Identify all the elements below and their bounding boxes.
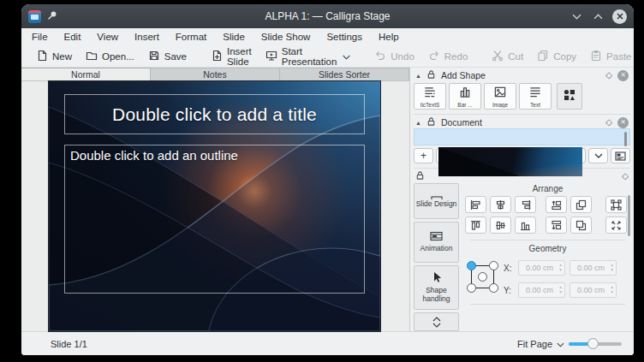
zoom-mode-label[interactable]: Fit Page <box>517 339 552 349</box>
menu-format[interactable]: Format <box>176 32 206 42</box>
float-docker-icon[interactable]: ◇ <box>605 71 612 80</box>
tool-options-scrollbar[interactable] <box>628 195 630 236</box>
menu-edit[interactable]: Edit <box>64 32 81 42</box>
raise-shape-button[interactable] <box>546 196 567 213</box>
tab-notes[interactable]: Notes <box>151 68 280 80</box>
send-to-back-button[interactable] <box>570 217 592 234</box>
add-slide-button[interactable]: + <box>414 148 433 163</box>
collapse-icon[interactable]: ▲ <box>415 73 421 79</box>
slide-properties-button[interactable] <box>611 148 630 163</box>
spinner-arrows-icon[interactable]: ▴▾ <box>611 284 613 294</box>
pin-icon[interactable] <box>47 9 57 24</box>
outline-placeholder[interactable]: Double click to add an outline <box>64 145 365 294</box>
redo-button[interactable]: Redo <box>422 47 474 66</box>
group-shapes-button[interactable] <box>605 196 627 213</box>
thumbnail-scrollbar[interactable] <box>624 132 627 146</box>
tab-animation[interactable]: Animation <box>414 222 459 263</box>
presentation-screen-icon <box>265 50 277 63</box>
save-button[interactable]: Save <box>142 47 193 66</box>
align-left-button[interactable] <box>465 196 486 213</box>
spinner-arrows-icon[interactable]: ▴▾ <box>611 262 613 272</box>
float-docker-icon[interactable]: ◇ <box>605 118 612 127</box>
title-placeholder[interactable]: Double click to add a title <box>64 94 365 134</box>
x-position-field[interactable]: 0.00 cm ▴▾ <box>518 260 565 276</box>
text-shape-button[interactable]: Text <box>519 83 552 110</box>
lower-shape-button[interactable] <box>546 217 567 234</box>
chevron-down-icon[interactable] <box>557 339 564 349</box>
align-bottom-button[interactable] <box>515 217 536 234</box>
anchor-top-right[interactable] <box>489 261 498 270</box>
cut-button[interactable]: Cut <box>486 47 529 66</box>
tab-slide-design[interactable]: Slide Design <box>414 183 459 219</box>
menu-help[interactable]: Help <box>379 32 399 42</box>
slide-editor[interactable]: Double click to add a title Double click… <box>49 81 380 331</box>
menu-slide-show[interactable]: Slide Show <box>261 32 311 42</box>
titlebar[interactable]: ALPHA 1: — Calligra Stage <box>21 4 634 28</box>
menu-slide[interactable]: Slide <box>223 32 245 42</box>
menu-settings[interactable]: Settings <box>326 32 362 42</box>
tab-shape-handling[interactable]: Shape handling <box>414 265 459 310</box>
toolbar: New Open... Save Insert Slide Start Pres… <box>21 45 634 68</box>
bring-to-front-button[interactable] <box>570 196 592 213</box>
bar-chart-shape-button[interactable]: Bar ... <box>449 83 481 110</box>
menu-view[interactable]: View <box>97 32 118 42</box>
close-docker-icon[interactable]: ✕ <box>617 70 629 81</box>
spinner-arrows-icon[interactable]: ▴▾ <box>559 284 562 294</box>
move-slide-down-button[interactable] <box>588 148 608 163</box>
height-field[interactable]: 0.00 cm ▴▾ <box>569 282 617 298</box>
slide-1-thumbnail[interactable] <box>438 147 582 176</box>
artistic-text-shape-button[interactable]: ticTextS <box>414 83 446 110</box>
open-button[interactable]: Open... <box>80 47 140 66</box>
document-docker-title: Document <box>441 117 482 128</box>
align-top-button[interactable] <box>465 217 486 234</box>
copy-button[interactable]: Copy <box>531 47 582 66</box>
undo-button[interactable]: Undo <box>368 47 420 66</box>
anchor-center[interactable] <box>478 272 487 282</box>
zoom-slider[interactable] <box>569 338 622 350</box>
tab-normal[interactable]: Normal <box>21 68 151 80</box>
copy-icon <box>537 50 549 63</box>
add-shape-buttons: ticTextS Bar ... Image Text <box>414 81 630 112</box>
close-button[interactable] <box>612 9 627 24</box>
ungroup-shapes-button[interactable] <box>605 217 627 234</box>
add-shape-docker-header: ▲ Add Shape ◇ ✕ <box>414 69 630 81</box>
maximize-button[interactable] <box>591 9 605 23</box>
y-position-field[interactable]: 0.00 cm ▴▾ <box>518 282 565 298</box>
float-docker-icon[interactable]: ◇ <box>622 172 629 181</box>
insert-slide-button[interactable]: Insert Slide <box>205 44 258 69</box>
start-presentation-button[interactable]: Start Presentation <box>259 44 357 69</box>
align-center-horizontal-button[interactable] <box>490 196 511 213</box>
tool-tabs: Slide Design Animation Shape handling <box>414 183 459 331</box>
docker-panel: ▲ Add Shape ◇ ✕ ticTextS Bar ... Ima <box>409 68 634 331</box>
menu-insert[interactable]: Insert <box>134 32 159 42</box>
statusbar: Slide 1/1 Fit Page <box>21 331 634 355</box>
minimize-button[interactable] <box>569 9 583 23</box>
tab-scroll-buttons[interactable] <box>414 312 459 331</box>
width-field[interactable]: 0.00 cm ▴▾ <box>569 260 617 276</box>
paste-button[interactable]: Paste <box>584 47 634 66</box>
close-docker-icon[interactable]: ✕ <box>617 117 629 128</box>
insert-slide-icon <box>211 50 223 63</box>
lock-icon[interactable] <box>426 116 436 128</box>
shape-collection-button[interactable] <box>557 83 582 110</box>
anchor-bottom-right[interactable] <box>489 283 498 293</box>
anchor-top-left[interactable] <box>467 261 476 270</box>
lock-icon[interactable] <box>415 170 425 182</box>
app-icon <box>28 10 41 23</box>
align-right-button[interactable] <box>515 196 536 213</box>
slide-thumbnail-list[interactable] <box>414 128 630 145</box>
zoom-slider-handle[interactable] <box>587 338 599 349</box>
anchor-selector[interactable] <box>467 261 498 293</box>
new-button[interactable]: New <box>30 47 78 66</box>
slide-canvas[interactable]: Double click to add a title Double click… <box>21 81 409 331</box>
clipboard-icon <box>590 50 602 63</box>
lock-icon[interactable] <box>426 69 436 81</box>
align-center-vertical-button[interactable] <box>490 217 511 234</box>
anchor-bottom-left[interactable] <box>467 283 476 293</box>
tab-slides-sorter[interactable]: Slides Sorter <box>280 68 409 80</box>
spinner-arrows-icon[interactable]: ▴▾ <box>559 262 562 272</box>
collapse-icon[interactable]: ▲ <box>415 120 421 126</box>
menu-file[interactable]: File <box>32 32 48 42</box>
image-shape-icon <box>493 86 507 102</box>
image-shape-button[interactable]: Image <box>484 83 516 110</box>
